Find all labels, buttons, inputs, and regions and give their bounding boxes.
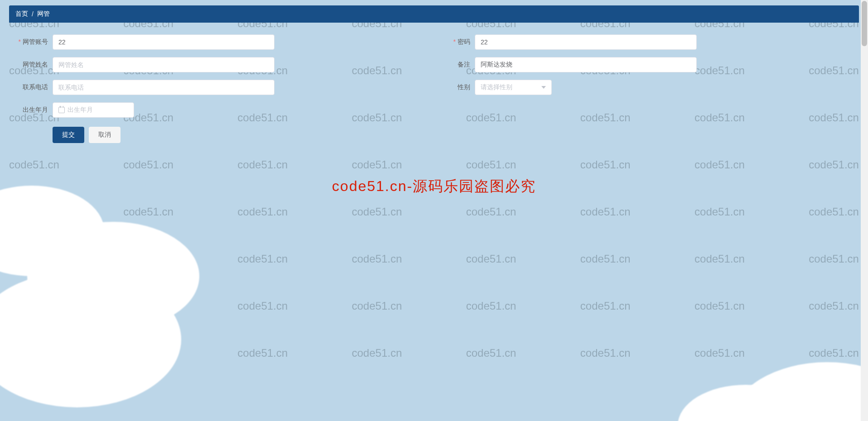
watermark-text: code51.cn: [9, 253, 59, 265]
watermark-text: code51.cn: [123, 253, 174, 265]
watermark-text: code51.cn: [466, 158, 516, 171]
form-item-remark: 备注: [434, 53, 856, 76]
watermark-text: code51.cn: [466, 253, 516, 265]
watermark-text: code51.cn: [237, 158, 288, 171]
form-item-phone: 联系电话: [12, 76, 434, 99]
form: 网管账号 网管姓名 联系电话 出生年月: [9, 23, 859, 152]
cloud-shape: [0, 186, 104, 276]
watermark-text: code51.cn: [466, 206, 516, 218]
watermark-text: code51.cn: [352, 300, 402, 312]
watermark-text: code51.cn: [580, 300, 631, 312]
watermark-text: code51.cn: [123, 206, 174, 218]
cancel-button[interactable]: 取消: [89, 127, 121, 143]
watermark-text: code51.cn: [809, 158, 859, 171]
label-gender: 性别: [434, 83, 475, 91]
label-name: 网管姓名: [12, 61, 53, 69]
input-password[interactable]: [475, 34, 697, 50]
submit-button[interactable]: 提交: [53, 127, 84, 143]
watermark-text: code51.cn: [123, 347, 174, 359]
watermark-text: code51.cn: [580, 347, 631, 359]
watermark-text: code51.cn: [237, 206, 288, 218]
breadcrumb-current: 网管: [37, 10, 52, 18]
watermark-text: code51.cn: [237, 253, 288, 265]
watermark-banner: code51.cn-源码乐园盗图必究: [332, 177, 536, 196]
watermark-text: code51.cn: [809, 206, 859, 218]
cloud-shape: [678, 385, 814, 421]
main-panel: 首页 / 网管 网管账号 网管姓名 联系电话: [9, 5, 859, 152]
birth-placeholder: 出生年月: [68, 106, 93, 114]
watermark-text: code51.cn: [352, 347, 402, 359]
watermark-text: code51.cn: [237, 347, 288, 359]
input-phone[interactable]: [53, 80, 275, 95]
form-item-gender: 性别 请选择性别: [434, 76, 856, 99]
watermark-text: code51.cn: [352, 158, 402, 171]
watermark-text: code51.cn: [809, 253, 859, 265]
watermark-text: code51.cn: [123, 300, 174, 312]
form-item-name: 网管姓名: [12, 53, 434, 76]
form-item-birth: 出生年月 出生年月: [12, 99, 434, 121]
watermark-text: code51.cn: [352, 253, 402, 265]
scrollbar-thumb[interactable]: [862, 1, 867, 46]
input-name[interactable]: [53, 57, 275, 72]
watermark-text: code51.cn: [694, 158, 745, 171]
breadcrumb-home[interactable]: 首页: [15, 10, 28, 18]
watermark-text: code51.cn: [694, 206, 745, 218]
watermark-text: code51.cn: [580, 158, 631, 171]
watermark-text: code51.cn: [352, 206, 402, 218]
input-birth[interactable]: 出生年月: [53, 102, 134, 118]
watermark-text: code51.cn: [237, 300, 288, 312]
watermark-text: code51.cn: [9, 158, 59, 171]
gender-placeholder: 请选择性别: [481, 83, 512, 91]
cloud-shape: [732, 362, 868, 421]
watermark-text: code51.cn: [580, 206, 631, 218]
watermark-text: code51.cn: [123, 158, 174, 171]
breadcrumb-separator: /: [32, 10, 34, 18]
form-item-password: 密码: [434, 31, 856, 53]
watermark-text: code51.cn: [694, 300, 745, 312]
label-remark: 备注: [434, 61, 475, 69]
input-account[interactable]: [53, 34, 275, 50]
watermark-text: code51.cn: [9, 206, 59, 218]
form-col-right: 密码 备注 性别 请选择性别: [434, 31, 856, 143]
vertical-scrollbar[interactable]: [861, 0, 868, 421]
watermark-text: code51.cn: [809, 300, 859, 312]
label-account: 网管账号: [12, 38, 53, 46]
watermark-text: code51.cn: [580, 253, 631, 265]
form-actions: 提交 取消: [12, 127, 434, 143]
form-col-left: 网管账号 网管姓名 联系电话 出生年月: [12, 31, 434, 143]
watermark-text: code51.cn: [466, 347, 516, 359]
watermark-text: code51.cn: [466, 300, 516, 312]
input-remark[interactable]: [475, 57, 697, 72]
watermark-text: code51.cn: [9, 300, 59, 312]
breadcrumb: 首页 / 网管: [9, 5, 859, 23]
watermark-text: code51.cn: [694, 253, 745, 265]
watermark-text: code51.cn: [809, 347, 859, 359]
label-birth: 出生年月: [12, 106, 53, 114]
watermark-text: code51.cn: [9, 347, 59, 359]
select-gender[interactable]: 请选择性别: [475, 80, 552, 95]
calendar-icon: [58, 107, 65, 113]
form-item-account: 网管账号: [12, 31, 434, 53]
label-password: 密码: [434, 38, 475, 46]
chevron-down-icon: [541, 86, 546, 89]
label-phone: 联系电话: [12, 83, 53, 91]
cloud-shape: [27, 222, 199, 330]
cloud-shape: [0, 272, 181, 407]
watermark-text: code51.cn: [694, 347, 745, 359]
